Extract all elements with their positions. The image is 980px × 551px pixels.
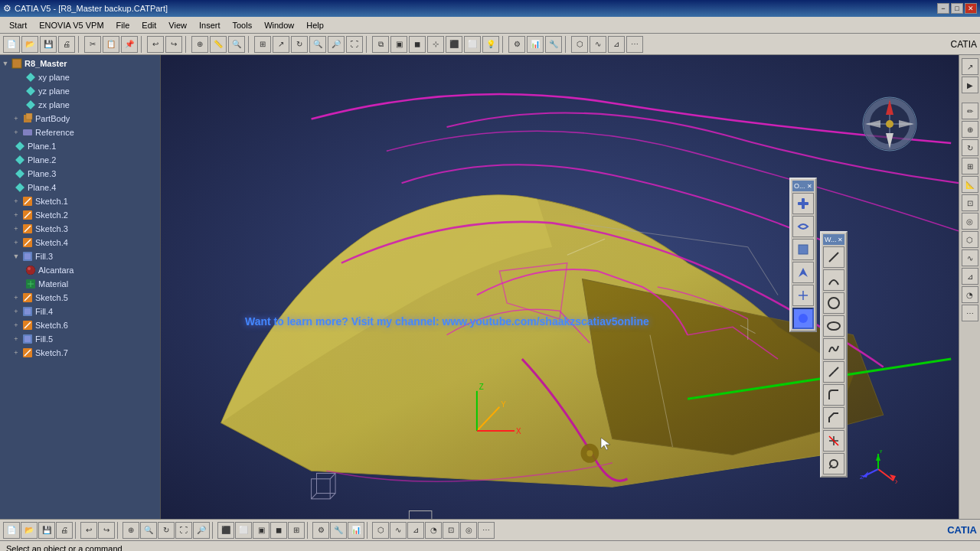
toolbar1-close[interactable]: ✕ (807, 183, 812, 190)
op-cube[interactable] (792, 239, 814, 260)
expand-partbody[interactable]: + (11, 113, 21, 124)
tree-item-fill4[interactable]: + Fill.4 (0, 305, 160, 318)
tree-item-sketch7[interactable]: + Sketch.7 (0, 346, 160, 360)
bt-btn21[interactable]: ∿ (390, 522, 407, 539)
tree-item-plane1[interactable]: Plane.1 (0, 139, 160, 153)
expand-sketch7[interactable]: + (11, 347, 21, 358)
tb-rotate[interactable]: ↻ (291, 36, 308, 53)
tb-render[interactable]: 💡 (482, 36, 499, 53)
menu-help[interactable]: Help (300, 19, 330, 31)
expand-sketch3[interactable]: + (11, 223, 21, 234)
tree-item-fill5[interactable]: + Fill.5 (0, 332, 160, 346)
menu-tools[interactable]: Tools (226, 19, 258, 31)
tb-dmui[interactable]: 🔧 (545, 36, 562, 53)
tree-item-sketch5[interactable]: + Sketch.5 (0, 291, 160, 305)
tree-item-zx-plane[interactable]: zx plane (0, 98, 160, 112)
wf-line[interactable] (823, 246, 844, 268)
bt-btn12[interactable]: ⬛ (217, 522, 234, 539)
bt-btn14[interactable]: ▣ (253, 522, 270, 539)
fr-extra2[interactable]: ◔ (962, 286, 978, 303)
tb-search[interactable]: 🔍 (228, 36, 245, 53)
tb-paste[interactable]: 📌 (121, 36, 138, 53)
fr-extra3[interactable]: ⋯ (962, 305, 978, 321)
bt-btn25[interactable]: ◎ (460, 522, 477, 539)
expand-sketch5[interactable]: + (11, 292, 21, 303)
fr-measure[interactable]: 📐 (962, 176, 978, 193)
tree-item-sketch1[interactable]: + Sketch.1 (0, 194, 160, 208)
tree-item-partbody[interactable]: + PartBody (0, 112, 160, 126)
tb-zoom-in[interactable]: 🔍 (309, 36, 326, 53)
tb-copy[interactable]: 📋 (103, 36, 119, 53)
bt-btn10[interactable]: ⛶ (175, 522, 192, 539)
menu-window[interactable]: Window (258, 19, 300, 31)
tree-root[interactable]: ▼ R8_Master (0, 57, 160, 70)
fr-fit[interactable]: ⊞ (962, 158, 978, 174)
tb-view2[interactable]: ⬜ (464, 36, 481, 53)
tb-axis[interactable]: ⊹ (427, 36, 444, 53)
tb-grid[interactable]: ⊞ (254, 36, 271, 53)
tree-item-sketch3[interactable]: + Sketch.3 (0, 222, 160, 236)
toolbar2-close[interactable]: ✕ (838, 236, 843, 243)
expand-fill4[interactable]: + (11, 306, 21, 317)
wf-corner[interactable] (823, 384, 844, 406)
tree-item-xy-plane[interactable]: xy plane (0, 70, 160, 84)
tree-item-sketch2[interactable]: + Sketch.2 (0, 208, 160, 222)
wf-spline[interactable] (823, 338, 844, 360)
bt-btn2[interactable]: 📂 (21, 522, 38, 539)
tb-snap[interactable]: ⊕ (191, 36, 208, 53)
expand-fill5[interactable]: + (11, 334, 21, 344)
bt-btn17[interactable]: ⚙ (312, 522, 329, 539)
fr-render1[interactable]: ◎ (962, 213, 978, 230)
wf-project[interactable] (823, 453, 844, 474)
tree-item-plane4[interactable]: Plane.4 (0, 181, 160, 194)
minimize-button[interactable]: − (937, 3, 949, 14)
tb-save[interactable]: 💾 (40, 36, 57, 53)
tb-zoom-out[interactable]: 🔎 (328, 36, 345, 53)
close-button[interactable]: ✕ (965, 3, 977, 14)
fr-curve[interactable]: ∿ (962, 249, 978, 266)
bt-btn11[interactable]: 🔎 (193, 522, 210, 539)
tb-product[interactable]: ⚙ (508, 36, 525, 53)
tb-wire[interactable]: ▣ (390, 36, 407, 53)
bt-btn4[interactable]: 🖨 (56, 522, 73, 539)
bt-btn1[interactable]: 📄 (3, 522, 20, 539)
toolbar1-header[interactable]: O... ✕ (792, 181, 814, 191)
menu-view[interactable]: View (162, 19, 193, 31)
tb-view1[interactable]: ⬛ (446, 36, 462, 53)
tree-item-material[interactable]: Material (0, 277, 160, 291)
tb-select[interactable]: ↗ (273, 36, 289, 53)
op-arrow[interactable] (792, 262, 814, 283)
expand-sketch1[interactable]: + (11, 196, 21, 207)
toolbar2-header[interactable]: W... ✕ (823, 234, 844, 245)
bt-btn3[interactable]: 💾 (38, 522, 55, 539)
tb-open[interactable]: 📂 (21, 36, 38, 53)
expand-root[interactable]: ▼ (0, 58, 11, 69)
tree-item-plane3[interactable]: Plane.3 (0, 167, 160, 181)
tb-extra3[interactable]: ⊿ (608, 36, 625, 53)
fr-rotate[interactable]: ↻ (962, 139, 978, 156)
menu-edit[interactable]: Edit (136, 19, 162, 31)
bt-btn23[interactable]: ◔ (425, 522, 442, 539)
bt-btn19[interactable]: 📊 (348, 522, 364, 539)
menu-insert[interactable]: Insert (193, 19, 227, 31)
expand-sketch6[interactable]: + (11, 320, 21, 331)
tree-item-sketch6[interactable]: + Sketch.6 (0, 318, 160, 332)
tree-item-fill3[interactable]: ▼ Fill.3 (0, 249, 160, 263)
tree-item-plane2[interactable]: Plane.2 (0, 153, 160, 167)
tb-extra4[interactable]: ⋯ (626, 36, 643, 53)
wf-circle[interactable] (823, 292, 844, 314)
wf-arc[interactable] (823, 269, 844, 291)
tb-analyze[interactable]: 📊 (527, 36, 544, 53)
tb-extra2[interactable]: ∿ (590, 36, 606, 53)
tb-undo[interactable]: ↩ (147, 36, 164, 53)
bt-btn8[interactable]: 🔍 (140, 522, 157, 539)
tree-item-alcantara[interactable]: Alcantara (0, 263, 160, 277)
tree-item-yz-plane[interactable]: yz plane (0, 84, 160, 98)
bt-btn9[interactable]: ↻ (158, 522, 175, 539)
fr-zoom[interactable]: ⊕ (962, 121, 978, 138)
op-heal[interactable] (792, 216, 814, 237)
wf-connect[interactable] (823, 361, 844, 383)
bt-btn7[interactable]: ⊕ (122, 522, 139, 539)
bt-btn13[interactable]: ⬜ (235, 522, 252, 539)
fr-edit[interactable]: ✏ (962, 103, 978, 119)
